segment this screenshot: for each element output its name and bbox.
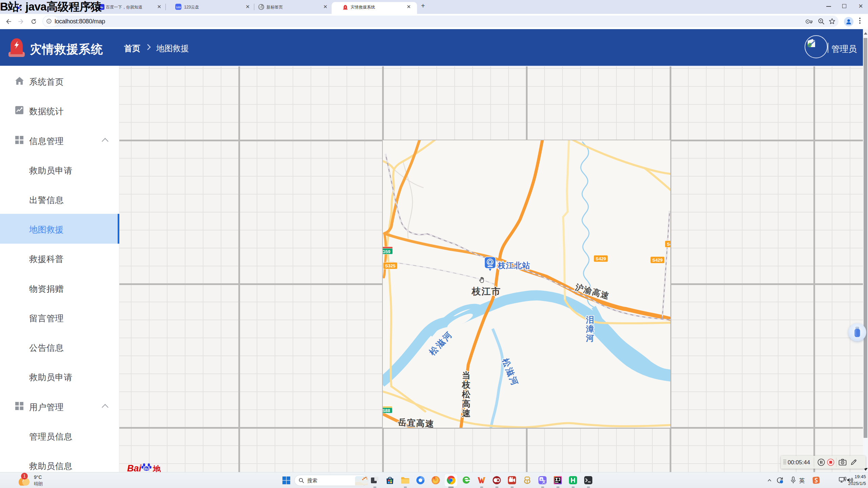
svg-text:松滋河: 松滋河 [500, 357, 520, 388]
svg-text:S429: S429 [667, 242, 670, 247]
svg-text:枝江北站: 枝江北站 [497, 261, 530, 270]
svg-text:G59: G59 [383, 249, 390, 254]
svg-text:当枝松高速: 当枝松高速 [462, 370, 471, 418]
svg-text:文: 文 [542, 480, 546, 484]
svg-text:泪漳河: 泪漳河 [586, 315, 594, 343]
svg-text:S88: S88 [383, 408, 390, 413]
svg-text:岳宜高速: 岳宜高速 [397, 417, 435, 428]
svg-text:枝江市: 枝江市 [471, 286, 501, 297]
svg-text:123: 123 [176, 6, 181, 9]
svg-text:du: du [144, 467, 149, 471]
svg-text:S429: S429 [596, 256, 606, 261]
svg-text:S325: S325 [385, 263, 395, 268]
svg-text:S429: S429 [652, 258, 663, 263]
